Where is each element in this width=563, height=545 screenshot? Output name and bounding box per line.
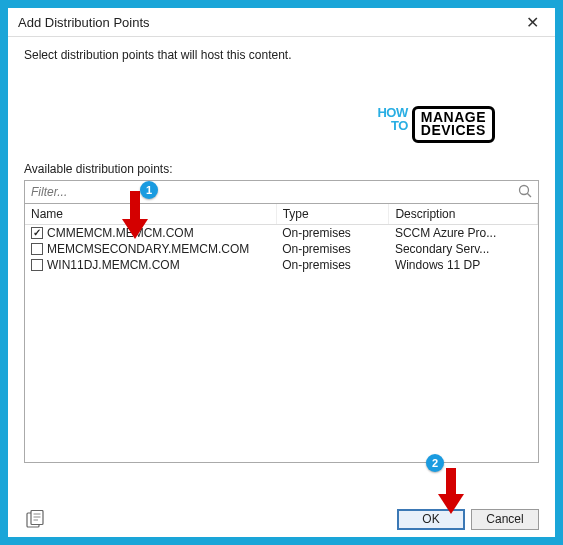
distribution-points-table: Name Type Description CMMEMCM.MEMCM.COMO…: [24, 204, 539, 463]
watermark-logo: HOW TO MANAGE DEVICES: [377, 106, 495, 143]
row-checkbox[interactable]: [31, 243, 43, 255]
col-header-description[interactable]: Description: [389, 204, 538, 225]
search-icon[interactable]: [512, 183, 538, 202]
watermark-devices: DEVICES: [421, 124, 486, 137]
filter-input[interactable]: [25, 183, 512, 201]
col-header-name[interactable]: Name: [25, 204, 276, 225]
row-description: Secondary Serv...: [389, 241, 538, 257]
svg-point-0: [520, 185, 529, 194]
dialog-title: Add Distribution Points: [18, 15, 150, 30]
annotation-badge-2: 2: [426, 454, 444, 472]
row-name: WIN11DJ.MEMCM.COM: [47, 258, 180, 272]
row-type: On-premises: [276, 241, 389, 257]
row-description: SCCM Azure Pro...: [389, 225, 538, 242]
row-description: Windows 11 DP: [389, 257, 538, 273]
annotation-badge-1: 1: [140, 181, 158, 199]
watermark-box: MANAGE DEVICES: [412, 106, 495, 143]
filter-row: [24, 180, 539, 204]
help-icon[interactable]: [26, 510, 46, 531]
col-header-type[interactable]: Type: [276, 204, 389, 225]
instruction-text: Select distribution points that will hos…: [24, 48, 539, 62]
available-label: Available distribution points:: [24, 162, 539, 176]
watermark-howto: HOW TO: [377, 106, 407, 132]
svg-line-1: [527, 193, 531, 197]
table-row[interactable]: CMMEMCM.MEMCM.COMOn-premisesSCCM Azure P…: [25, 225, 538, 242]
cancel-button[interactable]: Cancel: [471, 509, 539, 530]
titlebar: Add Distribution Points ✕: [8, 8, 555, 37]
dialog-content: Select distribution points that will hos…: [8, 36, 555, 537]
annotation-arrow-2: [436, 468, 466, 516]
row-name: MEMCMSECONDARY.MEMCM.COM: [47, 242, 249, 256]
watermark-to: TO: [391, 119, 408, 132]
table-row[interactable]: MEMCMSECONDARY.MEMCM.COMOn-premisesSecon…: [25, 241, 538, 257]
close-icon[interactable]: ✕: [520, 11, 545, 34]
row-type: On-premises: [276, 225, 389, 242]
dialog-add-distribution-points: Add Distribution Points ✕ Select distrib…: [8, 8, 555, 537]
table-header-row: Name Type Description: [25, 204, 538, 225]
table-row[interactable]: WIN11DJ.MEMCM.COMOn-premisesWindows 11 D…: [25, 257, 538, 273]
row-type: On-premises: [276, 257, 389, 273]
row-checkbox[interactable]: [31, 259, 43, 271]
row-checkbox[interactable]: [31, 227, 43, 239]
